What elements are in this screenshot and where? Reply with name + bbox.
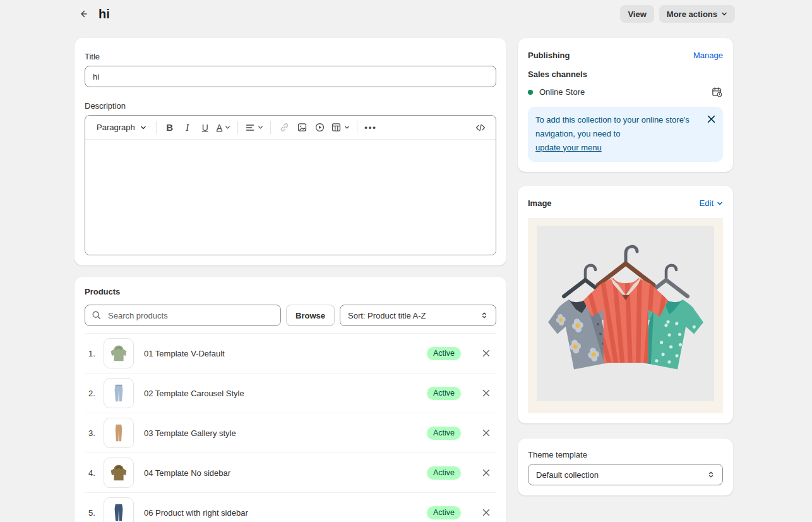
product-search [85,305,281,326]
row-number: 3. [85,428,104,438]
close-icon [482,469,490,476]
back-button[interactable] [75,5,92,23]
product-thumbnail-dark-blue-jeans [104,497,134,522]
collection-image[interactable] [528,218,723,413]
theme-template-select[interactable]: Default collection [528,464,723,485]
toolbar-divider [270,121,271,134]
remove-product-button[interactable] [480,506,493,519]
chevron-down-icon [140,124,146,131]
product-title[interactable]: 01 Template V-Default [144,349,225,358]
chevron-down-icon [717,200,723,207]
more-actions-button[interactable]: More actions [659,5,735,23]
chevron-down-icon [344,124,350,130]
status-badge: Active [427,427,461,440]
toolbar-divider [237,121,238,134]
image-icon [297,122,307,133]
remove-product-button[interactable] [480,387,493,399]
remove-product-button[interactable] [480,427,493,439]
status-badge: Active [427,466,461,480]
underline-button[interactable]: U [196,119,214,137]
chevron-down-icon [225,124,230,130]
search-icon [92,310,102,320]
product-row: 1. 01 Template V-Default Active [85,333,496,373]
select-updown-icon [481,312,488,319]
title-input[interactable] [85,66,496,87]
insert-table-button[interactable] [328,119,352,137]
insert-link-button[interactable] [275,119,293,137]
banner-close-button[interactable] [705,112,717,125]
update-your-menu-link[interactable]: update your menu [535,141,602,155]
insert-video-button[interactable] [311,119,328,137]
row-number: 1. [85,349,104,358]
close-icon [482,389,490,397]
align-left-icon [245,123,255,133]
product-thumbnail-green-hoodie [104,338,134,368]
close-icon [482,509,490,516]
paragraph-style-dropdown[interactable]: Paragraph [92,119,152,137]
toolbar-divider [357,121,357,134]
product-row: 4. 04 Template No sidebar Active [85,452,496,492]
editor-toolbar: Paragraph B I U A [85,116,496,140]
more-formatting-button[interactable]: ••• [362,119,379,137]
row-number: 4. [85,468,104,478]
close-icon [707,115,715,123]
three-shirts-illustration [540,231,712,396]
select-updown-icon [707,471,715,478]
browse-button[interactable]: Browse [286,305,335,326]
play-circle-icon [314,122,325,133]
product-title[interactable]: 02 Template Carousel Style [144,389,244,398]
products-card: Products Browse Sort: Product title A-Z [75,277,506,522]
title-label: Title [85,52,496,61]
schedule-calendar-icon[interactable] [711,86,723,98]
product-list: 1. 01 Template V-Default Active 2. [85,333,496,522]
remove-product-button[interactable] [480,347,493,360]
product-thumbnail-tan-pants [104,418,134,448]
description-textarea[interactable] [85,140,496,255]
search-products-input[interactable] [107,310,274,321]
row-number: 2. [85,389,104,398]
sort-select[interactable]: Sort: Product title A-Z [340,305,496,326]
theme-template-label: Theme template [528,450,723,459]
close-icon [482,349,490,357]
product-row: 5. 06 Product with right sidebar Active [85,492,496,522]
channel-row: Online Store [528,86,723,98]
product-row: 2. 02 Template Carousel Style Active [85,373,496,413]
status-badge: Active [427,506,461,519]
edit-image-button[interactable]: Edit [700,198,723,208]
chevron-down-icon [258,124,263,130]
product-title[interactable]: 04 Template No sidebar [144,468,230,478]
product-title[interactable]: 03 Template Gallery style [144,428,236,438]
remove-product-button[interactable] [480,466,493,479]
product-thumbnail-brown-hoodie [104,458,134,488]
navigation-info-banner: To add this collection to your online st… [528,107,723,162]
italic-button[interactable]: I [179,119,196,137]
bold-button[interactable]: B [161,119,179,137]
page-header: hi View More actions [0,0,812,28]
header-actions: View More actions [620,5,735,23]
alignment-button[interactable] [242,119,266,137]
code-icon [475,122,486,133]
product-row: 3. 03 Template Gallery style Active [85,413,496,452]
image-card: Image Edit [518,186,733,423]
image-heading: Image [528,198,552,208]
manage-publishing-link[interactable]: Manage [693,51,723,60]
description-label: Description [85,101,496,111]
view-button[interactable]: View [620,5,654,23]
table-icon [331,122,342,133]
row-number: 5. [85,508,104,518]
products-heading: Products [85,287,496,296]
details-card: Title Description Paragraph B I U [75,38,506,265]
theme-template-card: Theme template Default collection [518,439,733,495]
channel-name: Online Store [539,87,585,97]
product-thumbnail-light-blue-jeans [104,378,134,408]
insert-image-button[interactable] [293,119,311,137]
product-title[interactable]: 06 Product with right sidebar [144,508,248,518]
link-icon [279,122,290,133]
status-badge: Active [427,387,461,400]
text-color-button[interactable]: A [214,119,233,137]
close-icon [482,429,490,437]
show-html-button[interactable] [472,119,489,137]
back-arrow-icon [78,8,89,20]
sales-channels-label: Sales channels [528,70,723,79]
chevron-down-icon [721,11,727,17]
